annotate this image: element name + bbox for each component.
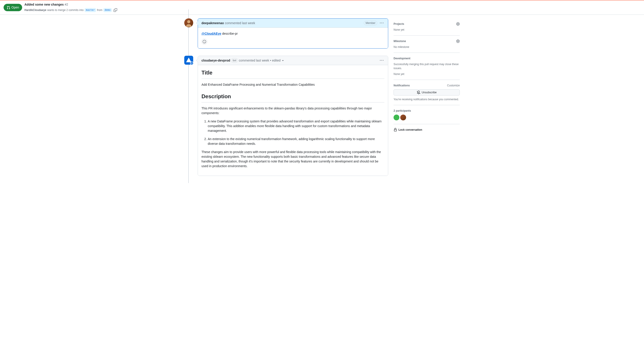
sidebar: Projects None yet Milestone No milestone… (394, 15, 460, 183)
sidebar-title[interactable]: Development (394, 56, 410, 60)
header-info: Added some new changes #2 HardikCloudaey… (24, 2, 118, 13)
pr-author[interactable]: HardikCloudaeye (24, 8, 46, 12)
comment-body: @CloudAEye describe-pr (198, 28, 388, 48)
sidebar-title[interactable]: Projects (394, 22, 404, 26)
comment-menu-button[interactable] (379, 58, 384, 63)
mention-link[interactable]: @CloudAEye (202, 32, 221, 35)
state-badge: Open (4, 4, 22, 11)
desc-paragraph: These changes aim to provide users with … (202, 150, 384, 169)
pr-header: Open Added some new changes #2 HardikClo… (0, 1, 644, 15)
bullet: • (270, 58, 271, 63)
list-item: An extension to the existing numerical t… (208, 137, 384, 146)
edited-text: edited (272, 59, 280, 62)
sidebar-value: No milestone (394, 45, 460, 49)
sidebar-development: Development Successfully merging this pu… (394, 53, 460, 80)
participant-avatar[interactable] (394, 115, 399, 120)
comment-author[interactable]: deepakmeenax (202, 21, 224, 26)
lock-conversation-link[interactable]: Lock conversation (394, 128, 422, 132)
meta-text: wants to merge 2 commits into (47, 8, 84, 12)
bot-label: bot (231, 58, 238, 63)
gear-button[interactable] (456, 22, 460, 26)
state-text: Open (12, 5, 19, 10)
sidebar-title: Notifications (394, 84, 410, 88)
list-item: A new DataFrame processing system that p… (208, 119, 384, 133)
pr-title-line: Added some new changes #2 (24, 2, 118, 7)
comment-box: cloudaeye-devprod bot commented last wee… (198, 56, 388, 176)
participants-list (394, 115, 460, 120)
comment-header: deepakmeenax commented last week Member (198, 19, 388, 28)
heading-title: Title (202, 69, 384, 79)
timestamp[interactable]: last week (242, 21, 255, 26)
participant-avatar[interactable] (400, 115, 406, 120)
add-reaction-button[interactable] (202, 39, 207, 45)
svg-point-0 (187, 20, 190, 23)
head-branch[interactable]: demo (103, 8, 112, 12)
copy-icon (114, 8, 117, 12)
commented-label: commented (239, 58, 255, 63)
edited-label[interactable]: edited (272, 58, 284, 63)
comment-box: deepakmeenax commented last week Member … (198, 18, 388, 49)
unsubscribe-label: Unsubscribe (422, 91, 437, 94)
base-branch[interactable]: master (84, 8, 96, 12)
desc-list: A new DataFrame processing system that p… (202, 119, 384, 146)
pr-meta-line: HardikCloudaeye wants to merge 2 commits… (24, 8, 118, 13)
kebab-icon (380, 21, 384, 25)
sidebar-value: None yet (394, 28, 460, 32)
comment-item: cloudaeye-devprod bot commented last wee… (198, 56, 388, 176)
customize-link[interactable]: Customize (447, 84, 460, 88)
desc-intro: This PR introduces significant enhanceme… (202, 106, 384, 116)
commented-label: commented (225, 21, 241, 26)
bell-slash-icon (417, 91, 420, 94)
timestamp[interactable]: last week (256, 58, 269, 63)
sidebar-projects: Projects None yet (394, 18, 460, 36)
pull-request-icon (7, 6, 10, 10)
sidebar-lock: Lock conversation (394, 124, 460, 137)
comment-menu-button[interactable] (379, 20, 384, 26)
avatar[interactable] (184, 56, 193, 65)
copy-button[interactable] (113, 8, 118, 13)
from-text: from (97, 8, 102, 12)
svg-point-1 (192, 63, 192, 64)
comment-item: deepakmeenax commented last week Member … (198, 18, 388, 49)
avatar[interactable] (184, 18, 193, 27)
gear-icon (456, 22, 460, 26)
pr-number: #2 (64, 3, 68, 6)
comment-header: cloudaeye-devprod bot commented last wee… (198, 56, 388, 65)
bot-corner-badge (190, 62, 193, 65)
sidebar-value: None yet (394, 72, 460, 76)
title-paragraph: Add Enhanced DataFrame Processing and Nu… (202, 82, 384, 87)
caret-down-icon (282, 60, 284, 61)
smiley-icon (202, 40, 206, 44)
sidebar-title: 2 participants (394, 109, 411, 113)
unsubscribe-button[interactable]: Unsubscribe (394, 89, 460, 96)
bot-badge-icon (191, 63, 193, 64)
lock-label: Lock conversation (398, 128, 422, 132)
gear-icon (456, 39, 460, 43)
sidebar-milestone: Milestone No milestone (394, 36, 460, 53)
comment-body: Title Add Enhanced DataFrame Processing … (198, 65, 388, 176)
gear-button[interactable] (456, 39, 460, 43)
sidebar-desc: Successfully merging this pull request m… (394, 62, 460, 70)
heading-description: Description (202, 92, 384, 103)
comment-author[interactable]: cloudaeye-devprod (202, 58, 230, 63)
kebab-icon (380, 59, 384, 62)
role-badge: Member (364, 21, 377, 25)
sidebar-notifications: Notifications Customize Unsubscribe You'… (394, 80, 460, 105)
pr-title[interactable]: Added some new changes (24, 3, 64, 6)
comment-text: describe-pr (221, 32, 238, 35)
sidebar-title[interactable]: Milestone (394, 39, 406, 43)
notification-text: You're receiving notifications because y… (394, 97, 460, 101)
sidebar-participants: 2 participants (394, 105, 460, 124)
user-avatar-icon (184, 18, 193, 27)
lock-icon (394, 128, 397, 132)
